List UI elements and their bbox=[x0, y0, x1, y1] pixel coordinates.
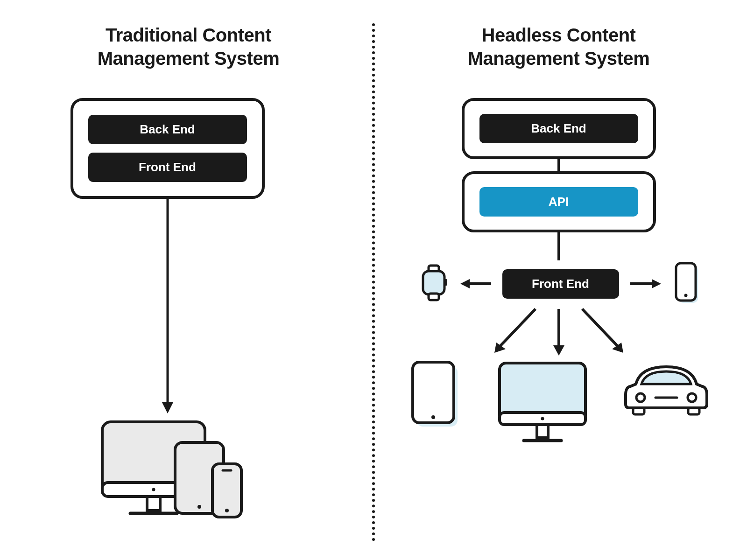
svg-rect-13 bbox=[423, 271, 444, 294]
svg-point-31 bbox=[431, 415, 435, 419]
headless-backend-box: Back End bbox=[462, 98, 656, 159]
headless-front-end: Front End bbox=[502, 269, 619, 299]
headless-title-line1: Headless Content bbox=[482, 25, 636, 45]
headless-back-end: Back End bbox=[479, 114, 638, 143]
svg-point-11 bbox=[225, 509, 229, 512]
smartwatch-icon bbox=[416, 263, 449, 305]
arrow-down-long bbox=[149, 199, 186, 413]
svg-marker-19 bbox=[652, 279, 661, 288]
traditional-cms-column: Traditional Content Management System Ba… bbox=[9, 23, 367, 541]
connector-backend-api bbox=[557, 159, 560, 171]
devices-group-icon bbox=[88, 413, 247, 525]
svg-point-38 bbox=[688, 393, 696, 402]
svg-rect-40 bbox=[633, 408, 644, 414]
svg-point-37 bbox=[636, 393, 645, 402]
svg-point-34 bbox=[541, 417, 544, 420]
headless-api-box: API bbox=[462, 171, 656, 232]
headless-cms-column: Headless Content Management System Back … bbox=[380, 23, 738, 541]
fanout-arrows bbox=[428, 305, 690, 361]
traditional-front-end: Front End bbox=[88, 153, 247, 182]
svg-rect-5 bbox=[147, 497, 160, 511]
svg-line-23 bbox=[498, 309, 536, 348]
svg-rect-41 bbox=[688, 408, 699, 414]
car-icon bbox=[622, 358, 711, 419]
traditional-back-end: Back End bbox=[88, 115, 247, 144]
svg-line-27 bbox=[582, 309, 620, 348]
svg-rect-14 bbox=[429, 294, 439, 300]
phone-icon bbox=[672, 260, 701, 307]
headless-title: Headless Content Management System bbox=[468, 23, 649, 70]
center-divider bbox=[372, 23, 375, 541]
traditional-box: Back End Front End bbox=[70, 98, 265, 199]
svg-marker-26 bbox=[553, 345, 564, 356]
svg-rect-35 bbox=[537, 425, 548, 438]
svg-point-22 bbox=[684, 294, 687, 297]
headless-title-line2: Management System bbox=[468, 48, 649, 69]
svg-point-8 bbox=[197, 505, 201, 509]
monitor-icon bbox=[491, 358, 594, 452]
svg-rect-15 bbox=[444, 279, 447, 286]
svg-marker-1 bbox=[162, 402, 173, 413]
traditional-title-line1: Traditional Content bbox=[106, 25, 271, 45]
svg-rect-30 bbox=[413, 362, 454, 423]
tablet-icon bbox=[407, 358, 463, 433]
traditional-title: Traditional Content Management System bbox=[98, 23, 279, 70]
diagram-container: Traditional Content Management System Ba… bbox=[0, 0, 747, 560]
traditional-title-line2: Management System bbox=[98, 48, 279, 69]
front-end-hub: Front End bbox=[416, 260, 701, 307]
arrow-left-icon bbox=[459, 277, 492, 291]
headless-api: API bbox=[479, 187, 638, 217]
connector-api-frontend bbox=[557, 232, 560, 260]
svg-point-4 bbox=[152, 488, 155, 491]
svg-marker-17 bbox=[460, 279, 470, 288]
arrow-right-icon bbox=[629, 277, 662, 291]
device-row bbox=[407, 358, 711, 452]
